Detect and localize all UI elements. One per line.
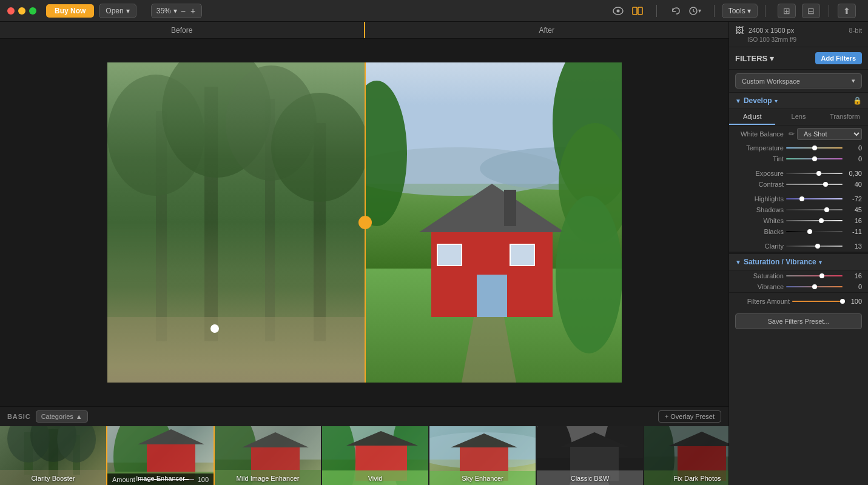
panel-scroll: ▼ Develop ▾ 🔒 Adjust Lens Transform Whit… <box>729 93 868 485</box>
tab-adjust[interactable]: Adjust <box>729 109 775 125</box>
after-image-bg <box>365 62 622 383</box>
chevron-down-icon: ▾ <box>173 7 177 15</box>
preset-classic-bw[interactable]: Classic B&W <box>537 426 643 485</box>
chevron-up-icon: ▲ <box>76 413 82 420</box>
whites-slider[interactable] <box>786 220 843 221</box>
add-filters-button[interactable]: Add Filters <box>815 52 862 64</box>
tint-slider[interactable] <box>786 158 843 159</box>
lock-icon: 🔒 <box>853 96 862 105</box>
clarity-slider[interactable] <box>786 246 843 247</box>
svg-rect-27 <box>510 244 534 266</box>
minimize-button[interactable] <box>18 7 25 15</box>
highlights-label: Highlights <box>735 195 784 202</box>
image-bit-depth: 8-bit <box>849 27 862 34</box>
clarity-label: Clarity <box>735 242 784 250</box>
traffic-lights <box>7 7 36 15</box>
blacks-row: Blacks -11 <box>729 226 868 237</box>
workspace-button[interactable]: Custom Workspace ▾ <box>735 73 862 89</box>
blacks-value: -11 <box>845 228 862 235</box>
saturation-label: Saturation <box>735 272 784 279</box>
tint-row: Tint 0 <box>729 153 868 164</box>
preview-icon[interactable] <box>611 4 625 18</box>
after-label: After <box>365 22 729 38</box>
categories-button[interactable]: Categories ▲ <box>36 410 88 423</box>
tools-button[interactable]: Tools ▾ <box>722 4 758 18</box>
split-view-icon[interactable] <box>631 4 644 18</box>
develop-tabs: Adjust Lens Transform <box>729 109 868 125</box>
vibrance-slider[interactable] <box>786 286 843 287</box>
preset-fix-dark-photos[interactable]: Fix Dark Photos <box>644 426 728 485</box>
split-image-container <box>107 62 622 383</box>
contrast-slider[interactable] <box>786 184 843 185</box>
highlights-slider[interactable] <box>786 198 843 199</box>
main-layout: Before After <box>0 22 868 485</box>
fullscreen-button[interactable] <box>29 7 36 15</box>
before-label: Before <box>0 22 364 38</box>
exposure-row: Exposure 0,30 <box>729 168 868 179</box>
svg-rect-3 <box>638 7 642 15</box>
svg-point-13 <box>271 93 365 202</box>
export-button[interactable]: ⬆ <box>838 4 856 18</box>
preset-label: Classic B&W <box>537 475 643 482</box>
after-image <box>365 62 622 383</box>
saturation-value: 16 <box>845 272 862 279</box>
chevron-down-icon-2: ▾ <box>775 98 778 104</box>
split-handle[interactable] <box>358 216 372 229</box>
develop-title: Develop <box>744 96 772 105</box>
saturation-section-header[interactable]: ▼ Saturation / Vibrance ▾ <box>729 252 868 270</box>
white-balance-row: White Balance ✏ As Shot Auto Daylight Cl… <box>729 125 868 142</box>
wb-label: White Balance <box>735 130 784 138</box>
chevron-down-icon: ▾ <box>770 54 774 63</box>
presets-strip: BASIC Categories ▲ + Overlay Preset <box>0 406 728 485</box>
open-button[interactable]: Open ▾ <box>99 4 136 18</box>
svg-rect-2 <box>633 7 637 15</box>
filters-amount-value: 100 <box>845 298 862 305</box>
tab-transform[interactable]: Transform <box>822 109 868 125</box>
preset-clarity-booster[interactable]: Clarity Booster <box>0 426 106 485</box>
shadows-slider[interactable] <box>786 209 843 210</box>
basic-label: BASIC <box>7 413 31 420</box>
filters-amount-slider[interactable] <box>792 301 843 302</box>
filters-amount-label: Filters Amount <box>735 298 790 305</box>
buy-now-button[interactable]: Buy Now <box>46 4 94 18</box>
develop-section-header[interactable]: ▼ Develop ▾ 🔒 <box>729 93 868 109</box>
zoom-in-button[interactable]: + <box>189 6 197 16</box>
chevron-down-icon-3: ▾ <box>819 259 822 266</box>
before-image-bg <box>107 62 365 383</box>
overlay-preset-button[interactable]: + Overlay Preset <box>658 410 721 423</box>
eyedropper-icon[interactable]: ✏ <box>789 130 795 138</box>
contrast-value: 40 <box>845 181 862 188</box>
preset-label: Fix Dark Photos <box>644 475 728 482</box>
chevron-down-icon: ▾ <box>747 7 751 15</box>
svg-rect-25 <box>477 275 507 317</box>
zoom-out-button[interactable]: − <box>180 6 187 16</box>
whites-label: Whites <box>735 217 784 224</box>
saturation-slider[interactable] <box>786 275 843 276</box>
preset-sky-enhancer[interactable]: Sky Enhancer <box>429 426 536 485</box>
undo-icon[interactable] <box>669 4 682 18</box>
tab-lens[interactable]: Lens <box>775 109 821 125</box>
history-group: ▾ <box>669 4 702 18</box>
grid-view-button[interactable]: ⊞ <box>778 4 796 18</box>
temperature-slider[interactable] <box>786 147 843 149</box>
before-image <box>107 62 365 383</box>
exposure-label: Exposure <box>735 170 784 177</box>
center-area: Before After <box>0 22 728 485</box>
exposure-slider[interactable] <box>786 173 843 174</box>
contrast-label: Contrast <box>735 181 784 188</box>
whites-value: 16 <box>845 217 862 224</box>
history-icon[interactable]: ▾ <box>688 4 702 18</box>
image-meta-icon: 🖼 <box>735 25 744 35</box>
sliders-icon-button[interactable]: ⊟ <box>802 4 820 18</box>
wb-select[interactable]: As Shot Auto Daylight Cloudy Custom <box>797 128 862 140</box>
preset-mild-enhancer[interactable]: Mild Image Enhancer <box>215 426 321 485</box>
preset-label: Mild Image Enhancer <box>215 475 321 482</box>
panel-meta: 🖼 2400 x 1500 px 8-bit ISO 100 32mm f/9 <box>729 22 868 47</box>
save-filters-preset-button[interactable]: Save Filters Preset... <box>735 313 862 329</box>
chevron-down-icon: ▾ <box>852 77 855 85</box>
blacks-slider[interactable] <box>786 231 843 232</box>
preset-image-enhancer[interactable]: Amount 100 Image Enhancer <box>107 426 214 485</box>
vibrance-label: Vibrance <box>735 283 784 290</box>
close-button[interactable] <box>7 7 15 15</box>
preset-vivid[interactable]: Vivid <box>322 426 428 485</box>
